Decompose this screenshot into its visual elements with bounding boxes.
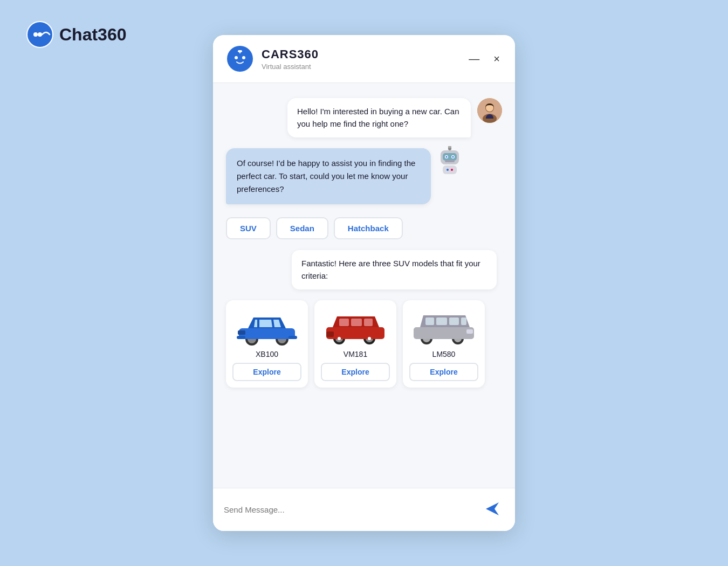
svg-rect-31 bbox=[238, 330, 245, 335]
svg-point-23 bbox=[451, 169, 453, 171]
car-image-lm580 bbox=[411, 308, 476, 346]
header-title: CARS360 bbox=[262, 47, 459, 61]
user-avatar-icon bbox=[477, 98, 502, 123]
minimize-button[interactable]: — bbox=[466, 51, 482, 66]
system-message-row: Fantastic! Here are three SUV models tha… bbox=[226, 250, 502, 289]
chat360-logo-icon bbox=[26, 20, 54, 49]
car-blue-icon bbox=[235, 308, 299, 346]
svg-rect-47 bbox=[414, 327, 474, 339]
user-avatar bbox=[477, 98, 502, 123]
svg-rect-51 bbox=[461, 317, 466, 325]
car-image-xb100 bbox=[235, 308, 299, 346]
car-name-vm181: VM181 bbox=[344, 350, 367, 358]
send-button[interactable] bbox=[480, 497, 504, 522]
bot-avatar bbox=[437, 148, 462, 173]
svg-rect-48 bbox=[425, 317, 434, 325]
brand-logo: Chat360 bbox=[26, 20, 127, 49]
quick-replies: SUV Sedan Hatchback bbox=[226, 217, 502, 239]
svg-rect-6 bbox=[238, 50, 242, 52]
header-controls: — × bbox=[466, 51, 502, 66]
header-bot-icon bbox=[226, 45, 254, 73]
svg-point-18 bbox=[446, 156, 448, 158]
car-name-xb100: XB100 bbox=[256, 350, 278, 358]
car-red-icon bbox=[323, 308, 388, 346]
svg-rect-37 bbox=[339, 319, 349, 326]
bot-avatar-icon bbox=[437, 146, 462, 175]
system-bubble: Fantastic! Here are three SUV models tha… bbox=[292, 250, 497, 289]
chat-header: CARS360 Virtual assistant — × bbox=[213, 35, 515, 83]
svg-point-22 bbox=[447, 169, 449, 171]
svg-rect-30 bbox=[289, 336, 297, 339]
user-message-row: Hello! I'm interested in buying a new ca… bbox=[226, 98, 502, 137]
svg-point-41 bbox=[338, 337, 341, 340]
quick-reply-hatchback[interactable]: Hatchback bbox=[334, 217, 403, 239]
user-message-text: Hello! I'm interested in buying a new ca… bbox=[297, 107, 459, 128]
close-button[interactable]: × bbox=[491, 51, 502, 66]
svg-point-3 bbox=[227, 46, 253, 72]
car-image-vm181 bbox=[323, 308, 388, 346]
svg-point-5 bbox=[242, 56, 245, 59]
svg-rect-53 bbox=[466, 329, 473, 334]
user-bubble: Hello! I'm interested in buying a new ca… bbox=[287, 98, 471, 137]
car-name-lm580: LM580 bbox=[432, 350, 456, 358]
svg-rect-21 bbox=[443, 165, 457, 174]
bot-bubble: Of course! I'd be happy to assist you in… bbox=[226, 148, 431, 204]
explore-button-xb100[interactable]: Explore bbox=[232, 363, 301, 381]
svg-point-1 bbox=[33, 32, 38, 37]
svg-rect-39 bbox=[364, 319, 373, 326]
svg-rect-40 bbox=[326, 332, 334, 337]
svg-point-4 bbox=[235, 56, 238, 59]
brand-name: Chat360 bbox=[59, 25, 127, 45]
chat-window: CARS360 Virtual assistant — × Hello! I'm… bbox=[213, 35, 515, 531]
car-card-vm181: VM181 Explore bbox=[314, 300, 396, 388]
header-subtitle: Virtual assistant bbox=[262, 63, 459, 71]
explore-button-vm181[interactable]: Explore bbox=[321, 363, 390, 381]
bot-message-text: Of course! I'd be happy to assist you in… bbox=[237, 158, 415, 194]
message-input-area bbox=[213, 488, 515, 531]
header-info: CARS360 Virtual assistant bbox=[262, 47, 459, 71]
car-gray-icon bbox=[411, 308, 476, 346]
quick-reply-sedan[interactable]: Sedan bbox=[276, 217, 328, 239]
svg-rect-50 bbox=[449, 317, 459, 325]
svg-rect-20 bbox=[445, 160, 455, 162]
send-icon bbox=[483, 499, 502, 519]
svg-point-19 bbox=[452, 156, 454, 158]
svg-rect-38 bbox=[351, 319, 362, 326]
message-input[interactable] bbox=[224, 505, 474, 514]
svg-rect-36 bbox=[326, 327, 384, 339]
bot-message-row: Of course! I'd be happy to assist you in… bbox=[226, 148, 502, 204]
messages-area: Hello! I'm interested in buying a new ca… bbox=[213, 83, 515, 488]
svg-point-42 bbox=[368, 337, 371, 340]
car-card-xb100: XB100 Explore bbox=[226, 300, 308, 388]
system-message-text: Fantastic! Here are three SUV models tha… bbox=[301, 259, 480, 280]
car-cards-row: XB100 Explore bbox=[226, 300, 502, 388]
svg-rect-28 bbox=[239, 328, 295, 339]
quick-reply-suv[interactable]: SUV bbox=[226, 217, 271, 239]
explore-button-lm580[interactable]: Explore bbox=[409, 363, 478, 381]
svg-rect-49 bbox=[436, 317, 447, 325]
car-card-lm580: LM580 Explore bbox=[403, 300, 485, 388]
svg-rect-29 bbox=[237, 336, 245, 339]
svg-rect-15 bbox=[443, 153, 457, 161]
